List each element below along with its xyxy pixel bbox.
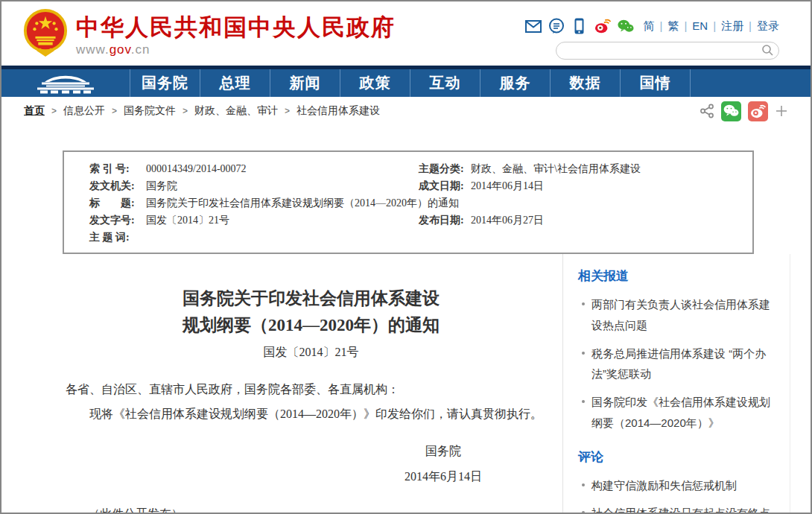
meta-label-document-number: 发文字号: [89,212,146,229]
sign-date: 2014年6月14日 [405,464,482,489]
share-icon[interactable] [700,104,714,118]
national-emblem-icon [22,9,69,60]
search-bar [556,42,779,60]
meta-value-written-date: 2014年06月14日 [471,177,544,194]
url-cn: .cn [131,42,150,57]
bullet-dot [582,302,585,305]
related-reports-list: 两部门有关负责人谈社会信用体系建设热点问题 税务总局推进信用体系建设 “两个办法… [578,294,778,434]
share-toolbar [700,101,788,121]
bullet-dot [582,483,585,486]
breadcrumb: 首页 > 信息公开 > 国务院文件 > 财政、金融、审计 > 社会信用体系建设 [1,97,811,125]
lang-simplified[interactable]: 简 [644,19,655,32]
breadcrumb-current: 社会信用体系建设 [296,104,380,118]
document-body: 现将《社会信用体系建设规划纲要（2014—2020年）》印发给你们，请认真贯彻执… [66,403,556,425]
wechat-share-button[interactable] [721,101,741,121]
bullet-dot [582,511,585,514]
message-bubble-icon[interactable] [548,18,565,34]
comments-heading: 评论 [578,448,778,466]
wechat-icon[interactable] [618,18,634,34]
document-salutation: 各省、自治区、直辖市人民政府，国务院各部委、各直属机构： [66,378,556,401]
nav-item-policy[interactable]: 政策 [340,69,410,97]
lang-english[interactable]: EN [692,19,708,32]
site-logo[interactable]: 中华人民共和国中央人民政府 www.gov.cn [22,9,396,60]
lang-traditional[interactable]: 繁 [667,19,679,32]
related-report-item[interactable]: 税务总局推进信用体系建设 “两个办法”奖惩联动 [578,343,778,385]
nav-item-interact[interactable]: 互动 [410,69,480,97]
signer: 国务院 [405,439,482,464]
meta-value-index-number: 000014349/2014-00072 [146,160,247,177]
document-number: 国发〔2014〕21号 [66,345,556,361]
meta-value-title: 国务院关于印发社会信用体系建设规划纲要（2014—2020年）的通知 [146,194,459,212]
nav-item-news[interactable]: 新闻 [270,69,340,97]
main-content: 国务院关于印发社会信用体系建设规划纲要（2014—2020年）的通知 国发〔20… [1,254,811,514]
comment-item[interactable]: 社会信用体系建设只有起点没有终点点 [578,503,778,514]
public-release-note: （此件公开发布） [66,507,556,514]
breadcrumb-finance-audit[interactable]: 财政、金融、审计 [194,104,278,118]
document-signature: 国务院 2014年6月14日 [405,439,482,489]
bullet-dot [582,352,585,355]
sidebar: 相关报道 两部门有关负责人谈社会信用体系建设热点问题 税务总局推进信用体系建设 … [562,254,790,514]
nav-item-data[interactable]: 数据 [550,69,620,97]
meta-value-issuing-agency: 国务院 [146,177,177,194]
nav-item-state-council[interactable]: 国务院 [130,69,200,97]
nav-spacer [690,69,811,97]
related-reports-heading: 相关报道 [578,267,778,285]
meta-label-keywords: 主 题 词: [89,229,146,246]
related-report-item[interactable]: 两部门有关负责人谈社会信用体系建设热点问题 [578,294,778,336]
url-gov: gov [110,42,131,57]
meta-label-index-number: 索 引 号: [89,160,146,177]
document-title: 国务院关于印发社会信用体系建设规划纲要（2014—2020年）的通知 [66,285,556,338]
meta-label-publish-date: 发布日期: [419,212,471,229]
url-www: www. [76,42,110,57]
comment-item[interactable]: 构建守信激励和失信惩戒机制 [578,475,778,496]
breadcrumb-state-council-docs[interactable]: 国务院文件 [124,104,176,118]
main-nav: 国务院 总理 新闻 政策 互动 服务 数据 国情 [1,66,811,97]
site-title: 中华人民共和国中央人民政府 [76,15,396,40]
weibo-share-button[interactable] [748,101,768,121]
tiananmen-home-icon[interactable] [1,69,130,97]
meta-label-title: 标 题: [89,194,146,212]
document-article: 国务院关于印发社会信用体系建设规划纲要（2014—2020年）的通知 国发〔20… [1,254,562,514]
meta-value-topic-category: 财政、金融、审计\社会信用体系建设 [471,160,641,177]
meta-label-written-date: 成文日期: [419,177,471,194]
site-header: 中华人民共和国中央人民政府 www.gov.cn [1,1,811,66]
bullet-dot [582,400,585,403]
login-link[interactable]: 登录 [757,19,779,32]
meta-label-issuing-agency: 发文机关: [89,177,146,194]
more-share-plus-icon[interactable] [775,104,788,118]
meta-label-topic-category: 主题分类: [419,160,471,177]
page: 中华人民共和国中央人民政府 www.gov.cn [0,0,812,514]
site-url: www.gov.cn [76,42,396,57]
header-right: 简|繁|EN|注册|登录 [525,18,779,60]
search-input[interactable] [556,42,779,60]
comments-list: 构建守信激励和失信惩戒机制 社会信用体系建设只有起点没有终点点 社会信用体系的内… [578,475,778,514]
lang-links: 简|繁|EN|注册|登录 [644,19,779,34]
meta-value-publish-date: 2014年06月27日 [471,212,544,229]
breadcrumb-home[interactable]: 首页 [24,104,45,118]
nav-item-services[interactable]: 服务 [480,69,550,97]
weibo-icon[interactable] [594,18,611,34]
mobile-icon[interactable] [571,18,588,34]
breadcrumb-info-disclosure[interactable]: 信息公开 [63,104,105,118]
register-link[interactable]: 注册 [721,19,743,32]
related-report-item[interactable]: 国务院印发《社会信用体系建设规划纲要（2014—2020年）》 [578,392,778,434]
nav-item-premier[interactable]: 总理 [200,69,270,97]
document-meta-box: 索 引 号: 000014349/2014-00072 主题分类: 财政、金融、… [63,150,754,254]
nav-item-national-conditions[interactable]: 国情 [620,69,690,97]
search-icon[interactable] [761,44,774,60]
mail-icon[interactable] [525,18,542,34]
meta-value-document-number: 国发〔2014〕21号 [146,212,229,229]
